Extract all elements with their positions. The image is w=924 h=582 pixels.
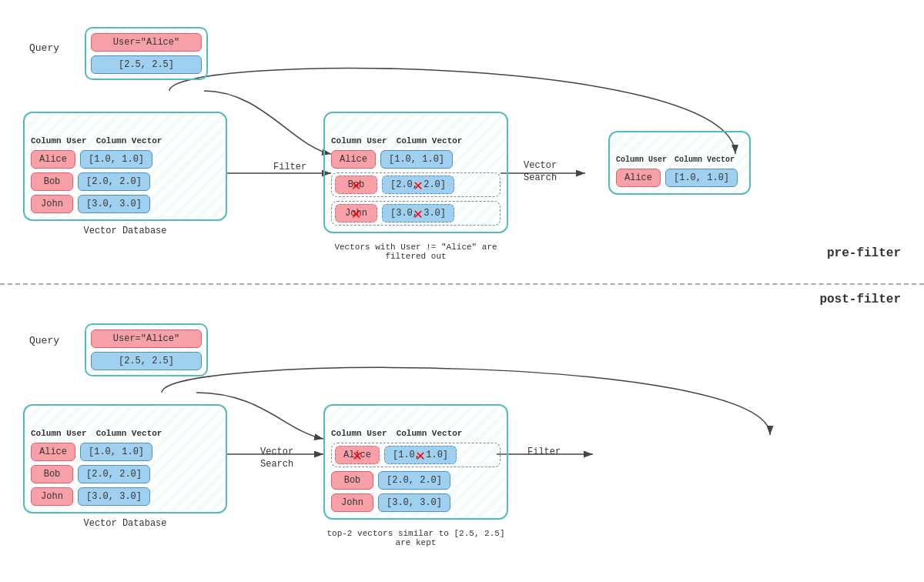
db-label-top: Vector Database <box>25 226 226 236</box>
filter-arrow-label-top: Filter <box>273 162 306 172</box>
col-header-vector-bottom: Column Vector <box>96 429 162 438</box>
query-user-filter-bottom: User="Alice" <box>91 329 202 348</box>
vsearch-vec-alice-bottom: [1.0, 1.0] ✕ <box>384 446 457 464</box>
x-mark-bob: ✕ <box>351 176 360 195</box>
post-filter-label: post-filter <box>819 293 901 306</box>
vsearch-bob-bottom: Bob <box>331 471 373 490</box>
table-row: John [3.0, 3.0] <box>31 487 219 506</box>
cell-vec-john-bottom: [3.0, 3.0] <box>78 487 150 506</box>
vsearch-panel-bottom: Column User Column Vector Alice ✕ [1.0, … <box>323 404 508 520</box>
vsearch-john-bottom: John <box>331 493 373 512</box>
db-label-bottom: Vector Database <box>25 518 226 529</box>
query-label-bottom: Query <box>29 335 59 346</box>
query-label-top: Query <box>29 42 59 54</box>
result-alice-top: Alice <box>616 169 661 187</box>
vsearch-rows-bottom: Alice ✕ [1.0, 1.0] ✕ Bob [2.0, 2.0] John <box>331 443 500 512</box>
table-row: Bob [2.0, 2.0] <box>31 465 219 483</box>
x-mark-vec-bob: ✕ <box>413 176 423 195</box>
cell-user-bob-bottom: Bob <box>31 465 73 483</box>
x-mark-vec-alice-bottom: ✕ <box>416 446 425 465</box>
table-row: Alice [1.0, 1.0] <box>31 443 219 461</box>
table-row: Alice [1.0, 1.0] <box>331 150 500 169</box>
post-filter-caption: top-2 vectors similar to [2.5, 2.5] are … <box>325 529 507 547</box>
query-user-filter-top: User="Alice" <box>91 33 202 52</box>
x-mark-alice-bottom: ✕ <box>353 446 362 465</box>
pre-filter-caption: Vectors with User != "Alice" are filtere… <box>325 242 507 261</box>
query-box-top: User="Alice" [2.5, 2.5] <box>85 27 208 80</box>
result-vec-alice-top: [1.0, 1.0] <box>665 169 738 187</box>
col-header-user-top: Column User <box>31 136 87 146</box>
cell-vec-bob-top: [2.0, 2.0] <box>78 172 150 191</box>
db-panel-top: Column User Column Vector Alice [1.0, 1.… <box>23 112 227 221</box>
cell-vec-bob-bottom: [2.0, 2.0] <box>78 465 150 483</box>
vsearch-vec-john-bottom: [3.0, 3.0] <box>378 493 450 512</box>
filter-arrow-label-bottom: Filter <box>527 447 561 457</box>
col-header-vector-top: Column Vector <box>96 136 162 146</box>
vsearch-alice-row-bottom: Alice ✕ [1.0, 1.0] ✕ <box>331 443 500 467</box>
table-row: Bob [2.0, 2.0] <box>31 172 219 191</box>
filtered-alice-top: Alice <box>331 150 376 169</box>
table-row: Alice [1.0, 1.0] <box>616 169 743 187</box>
query-box-bottom: User="Alice" [2.5, 2.5] <box>85 323 208 376</box>
pre-filter-label: pre-filter <box>827 246 901 260</box>
filtered-panel-top: Column User Column Vector Alice [1.0, 1.… <box>323 112 508 233</box>
cell-user-bob-top: Bob <box>31 172 73 191</box>
filtered-col-vector-top: Column Vector <box>397 136 463 146</box>
cell-vec-alice-bottom: [1.0, 1.0] <box>80 443 152 461</box>
table-row: Bob [2.0, 2.0] <box>331 471 500 490</box>
vector-search-arrow-label-bottom: Vector Search <box>260 447 293 470</box>
vector-search-arrow-label-top: Vector Search <box>524 160 557 184</box>
cell-vec-alice-top: [1.0, 1.0] <box>80 150 152 169</box>
table-row: John [3.0, 3.0] <box>331 493 500 512</box>
filtered-john-top: John ✕ <box>335 204 377 222</box>
filtered-vec-bob-top: [2.0, 2.0] ✕ <box>382 176 454 194</box>
filtered-john-row-top: John ✕ [3.0, 3.0] ✕ <box>331 201 500 226</box>
cell-user-alice-top: Alice <box>31 150 75 169</box>
filtered-rows-top: Alice [1.0, 1.0] Bob ✕ [2.0, 2.0] ✕ <box>331 150 500 226</box>
cell-vec-john-top: [3.0, 3.0] <box>78 195 150 213</box>
filtered-bob-row-top: Bob ✕ [2.0, 2.0] ✕ <box>331 172 500 197</box>
db-rows-top: Alice [1.0, 1.0] Bob [2.0, 2.0] John [3.… <box>31 150 219 213</box>
vsearch-col-user-bottom: Column User <box>331 429 387 438</box>
pre-filter-section: pre-filter Query User="Alice" [2.5, 2.5]… <box>0 0 924 285</box>
query-vector-bottom: [2.5, 2.5] <box>91 352 202 370</box>
filtered-bob-top: Bob ✕ <box>335 176 377 194</box>
filtered-col-user-top: Column User <box>331 136 387 146</box>
result-col-vector-top: Column Vector <box>675 156 735 164</box>
x-mark-vec-john: ✕ <box>413 204 423 223</box>
vsearch-col-vector-bottom: Column Vector <box>397 429 463 438</box>
post-filter-section: post-filter Query User="Alice" [2.5, 2.5… <box>0 285 924 582</box>
query-vector-top: [2.5, 2.5] <box>91 55 202 74</box>
filtered-vec-john-top: [3.0, 3.0] ✕ <box>382 204 454 222</box>
table-row: Alice [1.0, 1.0] <box>31 150 219 169</box>
db-panel-bottom: Column User Column Vector Alice [1.0, 1.… <box>23 404 227 513</box>
table-row: John [3.0, 3.0] <box>31 195 219 213</box>
vsearch-vec-bob-bottom: [2.0, 2.0] <box>378 471 450 490</box>
x-mark-john: ✕ <box>351 204 360 223</box>
diagram-container: pre-filter Query User="Alice" [2.5, 2.5]… <box>0 0 924 582</box>
result-panel-top: Column User Column Vector Alice [1.0, 1.… <box>608 131 751 195</box>
cell-user-alice-bottom: Alice <box>31 443 75 461</box>
vsearch-alice-bottom: Alice ✕ <box>335 446 380 464</box>
col-header-user-bottom: Column User <box>31 429 87 438</box>
cell-user-john-top: John <box>31 195 73 213</box>
result-col-user-top: Column User <box>616 156 667 164</box>
filtered-vec-alice-top: [1.0, 1.0] <box>380 150 453 169</box>
cell-user-john-bottom: John <box>31 487 73 506</box>
db-rows-bottom: Alice [1.0, 1.0] Bob [2.0, 2.0] John [3.… <box>31 443 219 506</box>
